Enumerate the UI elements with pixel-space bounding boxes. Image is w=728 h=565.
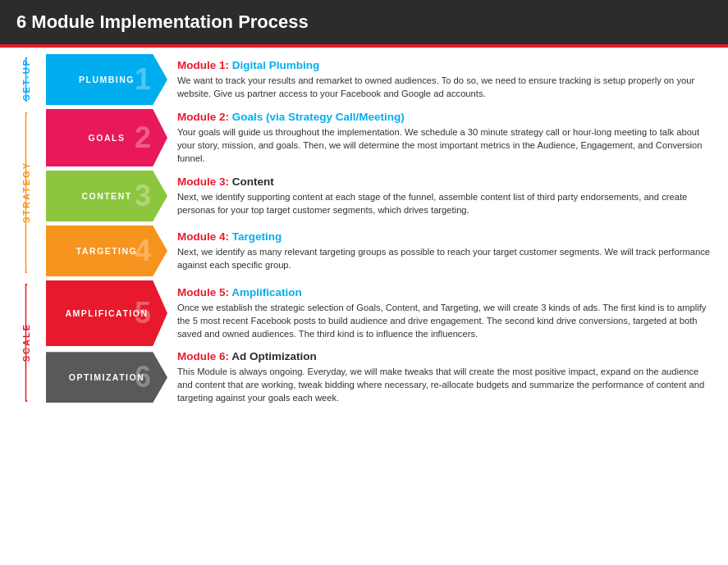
module-heading-1: Module 1: Digital Plumbing xyxy=(177,59,717,71)
header: 6 Module Implementation Process xyxy=(0,0,728,48)
module-body-2: Your goals will guide us throughout the … xyxy=(177,125,717,166)
module-row-1-0: 2GOALSModule 2: Goals (via Strategy Call… xyxy=(46,109,717,166)
module-row-1-2: 4TARGETINGModule 4: TargetingNext, we id… xyxy=(46,226,717,276)
badge-2: 2GOALS xyxy=(46,109,167,166)
module-label-5: Module 5: xyxy=(177,286,229,298)
badge-4: 4TARGETING xyxy=(46,226,167,276)
group-2: SCALE5AMPLIFICATIONModule 5: Amplificati… xyxy=(11,280,717,405)
group-1: STRATEGY2GOALSModule 2: Goals (via Strat… xyxy=(11,109,717,276)
group-0: SET-UP1PLUMBINGModule 1: Digital Plumbin… xyxy=(11,54,717,105)
badge-label-6: OPTIMIZATION xyxy=(69,372,144,382)
module-body-1: We want to track your results and remark… xyxy=(177,74,717,100)
badge-label-4: TARGETING xyxy=(76,246,138,256)
module-heading-5: Module 5: Amplification xyxy=(177,286,717,298)
module-label-2: Module 2: xyxy=(177,111,229,123)
module-body-6: This Module is always ongoing. Everyday,… xyxy=(177,365,717,405)
module-name-1: Digital Plumbing xyxy=(229,59,319,71)
badge-number-3: 3 xyxy=(135,181,151,211)
badge-6: 6OPTIMIZATION xyxy=(46,352,167,403)
badge-label-1: PLUMBING xyxy=(79,75,135,84)
module-body-4: Next, we identify as many relevant targe… xyxy=(177,245,717,271)
badge-number-1: 1 xyxy=(135,65,151,94)
module-heading-3: Module 3: Content xyxy=(177,175,717,188)
badge-label-5: AMPLIFICATION xyxy=(66,308,149,318)
module-label-3: Module 3: xyxy=(177,175,229,188)
header-bar: 6 Module Implementation Process xyxy=(0,0,728,44)
module-row-0-0: 1PLUMBINGModule 1: Digital PlumbingWe wa… xyxy=(46,54,717,105)
group-label-1: STRATEGY xyxy=(21,162,31,223)
badge-5: 5AMPLIFICATION xyxy=(46,280,167,346)
groups-container: SET-UP1PLUMBINGModule 1: Digital Plumbin… xyxy=(11,54,717,405)
module-name-6: Ad Optimization xyxy=(229,350,317,362)
badge-label-2: GOALS xyxy=(89,133,126,143)
module-heading-2: Module 2: Goals (via Strategy Call/Meeti… xyxy=(177,111,717,123)
module-name-5: Amplification xyxy=(229,286,302,298)
badge-label-3: CONTENT xyxy=(81,191,131,201)
badge-number-2: 2 xyxy=(135,123,151,153)
module-text-5: Module 5: AmplificationOnce we establish… xyxy=(177,286,717,341)
module-name-4: Targeting xyxy=(229,230,282,243)
page-title: 6 Module Implementation Process xyxy=(16,11,309,33)
group-label-0: SET-UP xyxy=(21,58,31,101)
module-row-2-0: 5AMPLIFICATIONModule 5: AmplificationOnc… xyxy=(46,280,717,346)
module-heading-4: Module 4: Targeting xyxy=(177,230,717,243)
module-label-4: Module 4: xyxy=(177,230,229,243)
module-name-3: Content xyxy=(229,175,274,188)
module-label-6: Module 6: xyxy=(177,350,229,362)
module-text-2: Module 2: Goals (via Strategy Call/Meeti… xyxy=(177,111,717,166)
module-text-3: Module 3: ContentNext, we identify suppo… xyxy=(177,175,717,216)
module-body-5: Once we establish the strategic selectio… xyxy=(177,301,717,341)
module-text-6: Module 6: Ad OptimizationThis Module is … xyxy=(177,350,717,405)
module-heading-6: Module 6: Ad Optimization xyxy=(177,350,717,362)
group-label-2: SCALE xyxy=(21,323,31,362)
module-label-1: Module 1: xyxy=(177,59,229,71)
module-text-4: Module 4: TargetingNext, we identify as … xyxy=(177,230,717,271)
badge-3: 3CONTENT xyxy=(46,171,167,221)
module-row-2-1: 6OPTIMIZATIONModule 6: Ad OptimizationTh… xyxy=(46,350,717,405)
module-text-1: Module 1: Digital PlumbingWe want to tra… xyxy=(177,59,717,100)
module-row-1-1: 3CONTENTModule 3: ContentNext, we identi… xyxy=(46,171,717,221)
module-name-2: Goals (via Strategy Call/Meeting) xyxy=(229,111,405,123)
module-body-3: Next, we identify supporting content at … xyxy=(177,190,717,216)
badge-1: 1PLUMBING xyxy=(46,54,167,105)
